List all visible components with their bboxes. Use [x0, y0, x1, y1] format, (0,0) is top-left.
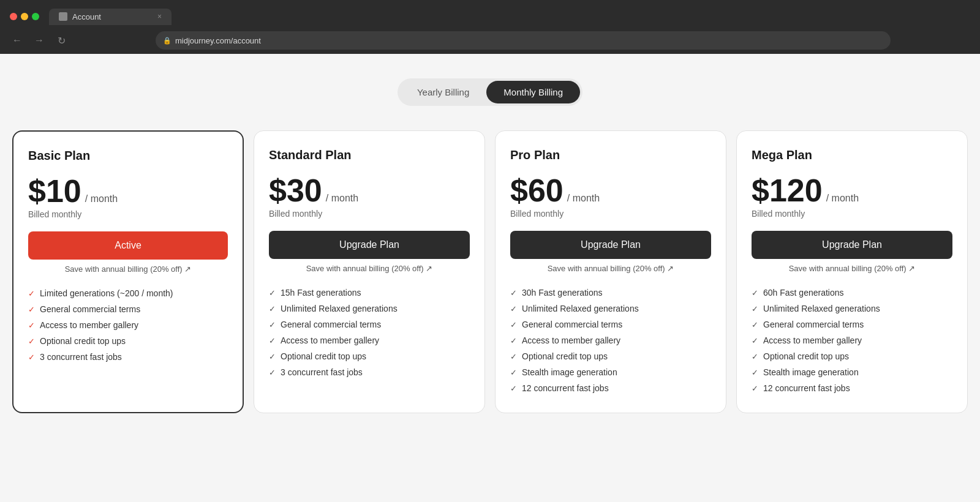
- check-icon: ✓: [269, 288, 276, 298]
- check-icon: ✓: [269, 320, 276, 329]
- feature-text: Unlimited Relaxed generations: [522, 304, 639, 313]
- plan-cta-standard[interactable]: Upgrade Plan: [269, 231, 470, 259]
- feature-text: Access to member gallery: [522, 335, 620, 345]
- check-icon: ✓: [28, 321, 35, 330]
- feature-item: ✓ Stealth image generation: [510, 367, 711, 377]
- check-icon: ✓: [510, 368, 517, 377]
- title-bar: Account ×: [0, 0, 980, 27]
- plan-billed: Billed monthly: [269, 209, 470, 219]
- feature-item: ✓ Access to member gallery: [752, 335, 952, 345]
- check-icon: ✓: [28, 289, 35, 298]
- feature-text: Unlimited Relaxed generations: [763, 304, 880, 313]
- yearly-billing-button[interactable]: Yearly Billing: [400, 81, 486, 103]
- plans-grid: Basic Plan $10 / month Billed monthly Ac…: [12, 130, 968, 413]
- plan-price: $30: [269, 174, 322, 206]
- plan-price-row: $30 / month: [269, 174, 470, 206]
- nav-bar: ← → ↻ 🔒 midjourney.com/account: [0, 27, 980, 54]
- plan-price: $60: [510, 174, 564, 206]
- lock-icon: 🔒: [163, 37, 172, 45]
- plan-billed: Billed monthly: [28, 209, 228, 219]
- plan-cta-pro[interactable]: Upgrade Plan: [510, 231, 711, 259]
- tab-title: Account: [72, 12, 101, 21]
- feature-item: ✓ General commercial terms: [28, 304, 228, 314]
- plan-cta-mega[interactable]: Upgrade Plan: [752, 231, 952, 259]
- plan-period: / month: [567, 193, 600, 204]
- plan-period: / month: [85, 193, 118, 204]
- check-icon: ✓: [269, 352, 276, 361]
- browser-chrome: Account × ← → ↻ 🔒 midjourney.com/account: [0, 0, 980, 54]
- tab-favicon: [59, 12, 67, 21]
- plan-name: Standard Plan: [269, 148, 470, 162]
- plan-cta-basic[interactable]: Active: [28, 231, 228, 260]
- feature-text: Access to member gallery: [40, 320, 138, 330]
- feature-text: 12 concurrent fast jobs: [522, 383, 609, 393]
- feature-item: ✓ Stealth image generation: [752, 367, 952, 377]
- check-icon: ✓: [269, 336, 276, 345]
- feature-text: General commercial terms: [522, 320, 622, 329]
- monthly-billing-button[interactable]: Monthly Billing: [486, 81, 580, 103]
- plan-period: / month: [326, 193, 358, 204]
- plan-savings: Save with annual billing (20% off) ↗: [510, 264, 711, 273]
- plan-savings: Save with annual billing (20% off) ↗: [752, 264, 952, 273]
- plan-billed: Billed monthly: [752, 209, 952, 219]
- feature-text: Optional credit top ups: [40, 336, 126, 346]
- feature-text: General commercial terms: [281, 320, 381, 329]
- plan-features: ✓ 60h Fast generations ✓ Unlimited Relax…: [752, 288, 952, 393]
- plan-card-pro: Pro Plan $60 / month Billed monthly Upgr…: [495, 130, 726, 413]
- plan-savings: Save with annual billing (20% off) ↗: [269, 264, 470, 273]
- check-icon: ✓: [510, 304, 517, 313]
- check-icon: ✓: [752, 320, 758, 329]
- plan-savings: Save with annual billing (20% off) ↗: [28, 264, 228, 274]
- feature-item: ✓ General commercial terms: [752, 320, 952, 329]
- plan-card-mega: Mega Plan $120 / month Billed monthly Up…: [736, 130, 968, 413]
- address-bar[interactable]: 🔒 midjourney.com/account: [156, 31, 891, 50]
- browser-tab[interactable]: Account ×: [49, 9, 172, 25]
- check-icon: ✓: [752, 352, 758, 361]
- check-icon: ✓: [752, 336, 758, 345]
- feature-text: Unlimited Relaxed generations: [281, 304, 398, 313]
- plan-name: Pro Plan: [510, 148, 711, 162]
- minimize-button[interactable]: [21, 13, 28, 20]
- feature-text: 12 concurrent fast jobs: [763, 383, 850, 393]
- page-content: Yearly Billing Monthly Billing Basic Pla…: [0, 54, 980, 502]
- check-icon: ✓: [752, 384, 758, 393]
- feature-item: ✓ Optional credit top ups: [752, 351, 952, 361]
- check-icon: ✓: [510, 336, 517, 345]
- check-icon: ✓: [269, 368, 276, 377]
- feature-text: General commercial terms: [763, 320, 864, 329]
- url-text: midjourney.com/account: [175, 36, 261, 45]
- back-button[interactable]: ←: [10, 33, 24, 48]
- feature-item: ✓ Access to member gallery: [28, 320, 228, 330]
- plan-features: ✓ Limited generations (~200 / month) ✓ G…: [28, 288, 228, 362]
- plan-price-row: $10 / month: [28, 175, 228, 207]
- plan-name: Basic Plan: [28, 149, 228, 163]
- check-icon: ✓: [28, 337, 35, 346]
- check-icon: ✓: [752, 368, 758, 377]
- plan-price: $10: [28, 175, 81, 207]
- check-icon: ✓: [510, 384, 517, 393]
- feature-text: Optional credit top ups: [763, 351, 849, 361]
- feature-item: ✓ 12 concurrent fast jobs: [510, 383, 711, 393]
- feature-text: 15h Fast generations: [281, 288, 361, 298]
- maximize-button[interactable]: [32, 13, 39, 20]
- plan-features: ✓ 30h Fast generations ✓ Unlimited Relax…: [510, 288, 711, 393]
- close-button[interactable]: [10, 13, 17, 20]
- check-icon: ✓: [510, 352, 517, 361]
- check-icon: ✓: [510, 320, 517, 329]
- reload-button[interactable]: ↻: [54, 33, 69, 48]
- toggle-container: Yearly Billing Monthly Billing: [398, 78, 582, 106]
- traffic-lights: [10, 13, 39, 20]
- feature-item: ✓ Unlimited Relaxed generations: [269, 304, 470, 313]
- feature-item: ✓ 3 concurrent fast jobs: [269, 367, 470, 377]
- feature-text: Limited generations (~200 / month): [40, 288, 173, 298]
- feature-text: Optional credit top ups: [522, 351, 608, 361]
- plan-billed: Billed monthly: [510, 209, 711, 219]
- feature-item: ✓ 12 concurrent fast jobs: [752, 383, 952, 393]
- forward-button[interactable]: →: [32, 33, 47, 48]
- feature-text: Access to member gallery: [763, 335, 862, 345]
- check-icon: ✓: [752, 288, 758, 298]
- feature-item: ✓ Optional credit top ups: [510, 351, 711, 361]
- feature-text: 60h Fast generations: [763, 288, 844, 298]
- tab-close-button[interactable]: ×: [157, 12, 162, 21]
- feature-item: ✓ Limited generations (~200 / month): [28, 288, 228, 298]
